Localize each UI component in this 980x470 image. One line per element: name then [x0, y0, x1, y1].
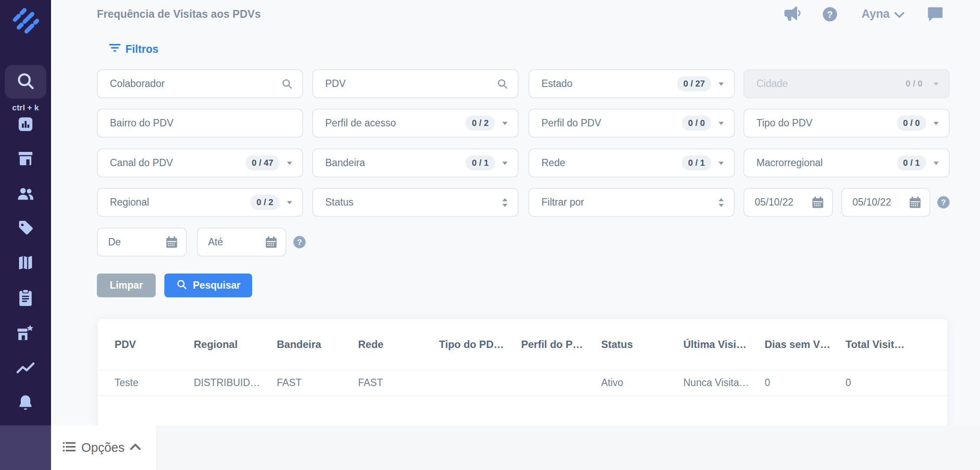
filters-toggle[interactable]: Filtros: [109, 43, 158, 55]
date-start-input[interactable]: 05/10/22: [743, 188, 833, 217]
chat-button[interactable]: [927, 6, 943, 24]
filter-canal-pdv[interactable]: Canal do PDV 0 / 47: [97, 148, 303, 177]
filter-filtrar-por-select[interactable]: Filtrar por: [528, 188, 735, 217]
chevron-down-icon: [718, 161, 724, 165]
table-header-row: PDV Regional Bandeira Rede Tipo do PD… P…: [98, 319, 947, 370]
filter-count-badge: 0 / 47: [246, 155, 279, 171]
column-header[interactable]: Perfil do P…: [521, 338, 601, 351]
cell-dias-sem-visita: 0: [765, 377, 845, 389]
filter-count-badge: 0 / 0: [900, 76, 929, 91]
date-ate-input[interactable]: Até: [197, 228, 286, 257]
filter-macrorregional[interactable]: Macrorregional 0 / 1: [743, 148, 950, 177]
search-icon: [176, 279, 187, 293]
column-header[interactable]: Bandeira: [277, 338, 358, 351]
column-header[interactable]: Dias sem V…: [765, 338, 845, 351]
app-logo-icon[interactable]: [9, 4, 42, 37]
column-header[interactable]: Regional: [194, 338, 277, 351]
date-placeholder: De: [108, 236, 165, 248]
column-header[interactable]: Status: [601, 338, 683, 351]
sidebar-item-performance[interactable]: [0, 359, 51, 379]
column-header[interactable]: Rede: [358, 338, 439, 351]
announcements-button[interactable]: [784, 6, 801, 23]
filter-count-badge: 0 / 2: [466, 116, 495, 131]
map-icon: [17, 254, 34, 273]
sidebar-search-button[interactable]: [5, 65, 46, 99]
column-header[interactable]: Total Visit…: [845, 338, 941, 351]
chevron-down-icon: [933, 161, 939, 165]
calendar-icon: [811, 196, 824, 209]
chevron-down-icon: [286, 161, 293, 165]
search-shortcut-hint: ctrl + k: [0, 103, 51, 113]
filter-placeholder: Macrorregional: [756, 157, 897, 169]
column-header[interactable]: Tipo do PD…: [439, 338, 521, 351]
clipboard-icon: [17, 289, 34, 309]
search-button[interactable]: Pesquisar: [164, 274, 252, 297]
sidebar: ctrl + k: [0, 0, 51, 425]
sidebar-item-notifications[interactable]: [0, 394, 51, 414]
column-header[interactable]: Última Visi…: [683, 338, 765, 351]
filter-placeholder: Perfil de acesso: [325, 117, 466, 129]
filter-pdv[interactable]: PDV: [312, 69, 519, 98]
filter-lines-icon: [109, 43, 121, 55]
bar-chart-icon: [17, 116, 34, 135]
clear-button[interactable]: Limpar: [97, 274, 156, 297]
sidebar-item-pdvs[interactable]: [0, 149, 51, 169]
filter-regional[interactable]: Regional 0 / 2: [97, 188, 303, 217]
filter-estado[interactable]: Estado 0 / 27: [528, 69, 735, 98]
date-end-input[interactable]: 05/10/22: [841, 188, 930, 217]
help-circle-icon: ?: [822, 16, 838, 23]
filter-placeholder: Cidade: [756, 78, 900, 90]
filter-placeholder: Rede: [541, 157, 682, 169]
cell-bandeira: FAST: [277, 377, 358, 389]
options-button[interactable]: Opções: [51, 425, 157, 470]
date-value: 05/10/22: [755, 196, 811, 208]
sidebar-item-users[interactable]: [0, 184, 51, 204]
filter-placeholder: Regional: [110, 196, 250, 208]
sidebar-item-tasks[interactable]: [0, 289, 51, 309]
list-icon: [62, 441, 76, 454]
sidebar-item-dashboards[interactable]: [0, 115, 51, 135]
filter-tipo-pdv[interactable]: Tipo do PDV 0 / 0: [743, 109, 950, 138]
chat-icon: [927, 16, 943, 23]
filter-bairro[interactable]: Bairro do PDV: [97, 109, 303, 138]
sidebar-item-new-pdv[interactable]: [0, 324, 51, 344]
user-menu[interactable]: Ayna: [862, 7, 890, 21]
filter-count-badge: 0 / 0: [897, 116, 926, 131]
sidebar-item-tags[interactable]: [0, 219, 51, 239]
date-de-input[interactable]: De: [97, 228, 187, 257]
filter-perfil-pdv[interactable]: Perfil do PDV 0 / 0: [528, 109, 735, 138]
date-placeholder: Até: [208, 236, 265, 248]
filter-count-badge: 0 / 2: [250, 195, 279, 210]
chevron-down-icon[interactable]: [894, 12, 904, 20]
filter-count-badge: 0 / 1: [897, 155, 926, 171]
filter-colaborador[interactable]: Colaborador: [97, 69, 303, 98]
cell-status: Ativo: [601, 377, 683, 389]
filter-count-badge: 0 / 1: [466, 155, 495, 171]
filter-count-badge: 0 / 1: [682, 155, 711, 171]
store-star-icon: [16, 324, 35, 344]
chevron-down-icon: [718, 121, 724, 126]
help-button[interactable]: ?: [822, 6, 838, 24]
filter-bandeira[interactable]: Bandeira 0 / 1: [312, 148, 519, 177]
filter-status-select[interactable]: Status: [312, 188, 519, 217]
filter-placeholder: Estado: [541, 78, 677, 90]
filter-perfil-acesso[interactable]: Perfil de acesso 0 / 2: [312, 109, 519, 138]
svg-text:?: ?: [297, 238, 302, 247]
filter-placeholder: Colaborador: [110, 78, 281, 90]
table-row[interactable]: Teste DISTRIBUID… FAST FAST Ativo Nunca …: [98, 370, 947, 396]
search-icon: [16, 71, 35, 92]
filter-placeholder: PDV: [325, 78, 496, 90]
period-help-button[interactable]: ?: [293, 235, 306, 249]
chevron-down-icon: [502, 121, 508, 126]
calendar-icon: [265, 236, 278, 249]
filter-placeholder: Status: [325, 196, 502, 208]
svg-text:?: ?: [827, 9, 833, 20]
sidebar-item-map[interactable]: [0, 254, 51, 274]
column-header[interactable]: PDV: [115, 338, 194, 351]
date-help-button[interactable]: ?: [937, 196, 950, 209]
filter-rede[interactable]: Rede 0 / 1: [528, 148, 735, 177]
options-label: Opções: [81, 441, 125, 455]
filters-label: Filtros: [125, 43, 158, 55]
cell-rede: FAST: [358, 377, 439, 389]
tag-icon: [17, 219, 34, 238]
